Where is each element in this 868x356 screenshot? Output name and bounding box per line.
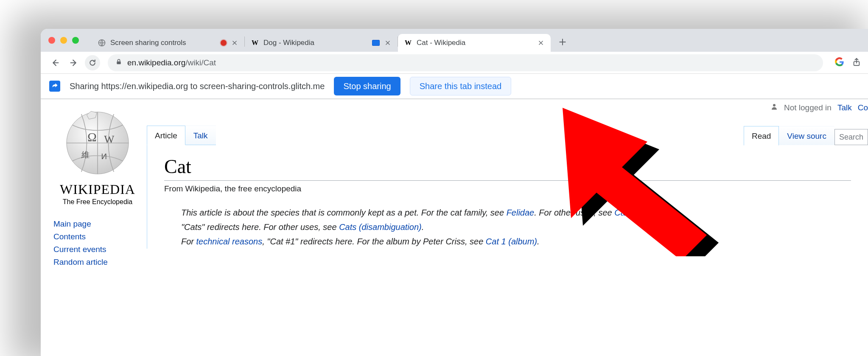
browser-window: Screen sharing controls W Dog - Wikipedi… bbox=[41, 29, 868, 356]
sidebar-link-current-events[interactable]: Current events bbox=[53, 243, 142, 256]
wikipedia-globe-icon: Ω W 維 И bbox=[62, 107, 134, 179]
forward-button[interactable] bbox=[66, 55, 81, 70]
stop-sharing-button[interactable]: Stop sharing bbox=[334, 77, 400, 95]
recording-indicator-icon bbox=[221, 40, 227, 46]
svg-rect-1 bbox=[117, 61, 120, 64]
tab-close-button[interactable] bbox=[231, 39, 238, 47]
toolbar: en.wikipedia.org/wiki/Cat bbox=[41, 52, 868, 74]
page-content: Not logged in Talk Co bbox=[41, 99, 868, 356]
tab-dog-wikipedia[interactable]: W Dog - Wikipedia bbox=[245, 34, 398, 52]
lock-icon bbox=[115, 58, 122, 67]
wikipedia-favicon-icon: W bbox=[251, 39, 259, 47]
tab-sharing-indicator-icon bbox=[372, 40, 380, 46]
link-cat-1-album[interactable]: Cat 1 (album) bbox=[486, 237, 537, 246]
article-tab[interactable]: Article bbox=[147, 126, 185, 145]
share-arrow-icon bbox=[49, 81, 60, 92]
wikipedia-logo[interactable]: Ω W 維 И WIKIPEDIA The Free Encyclopedia bbox=[53, 107, 142, 206]
tab-close-button[interactable] bbox=[384, 39, 392, 47]
tab-title: Cat - Wikipedia bbox=[417, 39, 465, 47]
page-tabs-right: Read View sourc Search bbox=[744, 125, 868, 145]
svg-text:Ω: Ω bbox=[87, 130, 96, 144]
page-tabs-left: Article Talk bbox=[147, 125, 216, 145]
hatnotes: This article is about the species that i… bbox=[164, 205, 851, 249]
wikipedia-wordmark: WIKIPEDIA bbox=[53, 182, 142, 197]
sidebar-nav: Main page Contents Current events Random… bbox=[53, 218, 142, 269]
screen-sharing-bar: Sharing https://en.wikipedia.org to scre… bbox=[41, 74, 868, 99]
address-bar[interactable]: en.wikipedia.org/wiki/Cat bbox=[108, 54, 823, 71]
tab-close-button[interactable] bbox=[537, 39, 545, 47]
fullscreen-window-button[interactable] bbox=[72, 37, 79, 44]
sharing-message: Sharing https://en.wikipedia.org to scre… bbox=[70, 81, 325, 91]
sidebar-link-contents[interactable]: Contents bbox=[53, 230, 142, 243]
window-controls bbox=[48, 37, 79, 44]
new-tab-button[interactable] bbox=[554, 34, 571, 50]
share-page-icon[interactable] bbox=[852, 57, 861, 68]
link-felidae[interactable]: Felidae bbox=[507, 208, 535, 217]
tab-title: Dog - Wikipedia bbox=[263, 39, 314, 47]
minimize-window-button[interactable] bbox=[60, 37, 67, 44]
sidebar: Ω W 維 И WIKIPEDIA The Free Encyclopedia … bbox=[41, 99, 147, 356]
share-this-tab-button[interactable]: Share this tab instead bbox=[410, 77, 511, 95]
svg-text:И: И bbox=[101, 152, 107, 161]
search-input[interactable]: Search bbox=[834, 129, 868, 145]
hatnote-3: For technical reasons, "Cat #1" redirect… bbox=[181, 234, 851, 249]
article-title: Cat bbox=[164, 155, 851, 181]
link-cats-disambig[interactable]: Cats (disambiguation) bbox=[339, 222, 422, 232]
link-technical-reasons[interactable]: technical reasons bbox=[196, 237, 263, 246]
google-account-icon[interactable] bbox=[835, 57, 844, 68]
article-body: Cat From Wikipedia, the free encyclopedi… bbox=[147, 145, 868, 249]
read-tab[interactable]: Read bbox=[744, 126, 779, 146]
wikipedia-tagline: The Free Encyclopedia bbox=[53, 198, 142, 206]
from-wikipedia-line: From Wikipedia, the free encyclopedia bbox=[164, 184, 851, 193]
tab-cat-wikipedia[interactable]: W Cat - Wikipedia bbox=[398, 34, 551, 52]
tab-strip: Screen sharing controls W Dog - Wikipedi… bbox=[41, 29, 868, 52]
svg-text:維: 維 bbox=[81, 150, 90, 159]
tab-screen-sharing-controls[interactable]: Screen sharing controls bbox=[92, 34, 244, 52]
sidebar-link-main-page[interactable]: Main page bbox=[53, 218, 142, 230]
back-button[interactable] bbox=[48, 55, 63, 70]
svg-text:W: W bbox=[104, 133, 115, 146]
url-text: en.wikipedia.org/wiki/Cat bbox=[127, 58, 216, 67]
sidebar-link-random-article[interactable]: Random article bbox=[53, 256, 142, 269]
reload-button[interactable] bbox=[85, 55, 100, 70]
globe-icon bbox=[98, 39, 106, 47]
tab-title: Screen sharing controls bbox=[110, 39, 186, 47]
link-cat-disambig[interactable]: Cat ( bbox=[614, 208, 633, 217]
talk-tab[interactable]: Talk bbox=[185, 126, 216, 145]
main-area: Article Talk Read View sourc Search Cat … bbox=[147, 99, 868, 356]
view-source-tab[interactable]: View sourc bbox=[779, 126, 834, 145]
hatnote-1: This article is about the species that i… bbox=[181, 205, 851, 220]
wikipedia-favicon-icon: W bbox=[404, 39, 412, 47]
hatnote-2: "Cats" redirects here. For other uses, s… bbox=[181, 220, 851, 234]
close-window-button[interactable] bbox=[48, 37, 55, 44]
